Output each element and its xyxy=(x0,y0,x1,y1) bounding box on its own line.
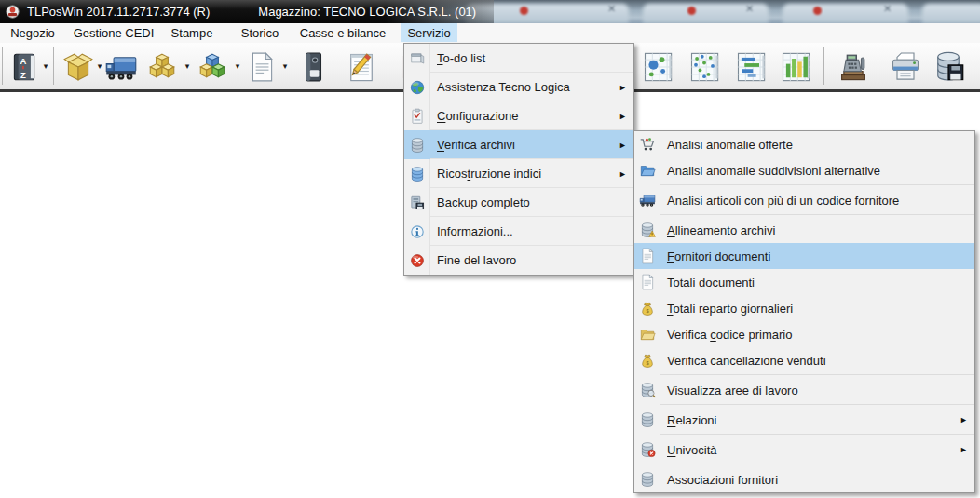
package-icon xyxy=(62,51,94,83)
globe-icon xyxy=(404,79,430,96)
todo-window-icon xyxy=(404,50,430,67)
chart-bubble-button[interactable] xyxy=(641,49,674,85)
menubar-item-gestione-cedi[interactable]: Gestione CEDI xyxy=(69,23,158,42)
az-book-button[interactable] xyxy=(7,49,41,85)
database-search-icon xyxy=(634,382,660,398)
menu-item-verifica-archivi[interactable]: Verifica archivi ► xyxy=(404,130,633,159)
menu-item-backup-completo[interactable]: Backup completo xyxy=(404,188,633,217)
menu-item-totali-documenti[interactable]: Totali documenti xyxy=(634,269,974,295)
notepad-pencil-icon xyxy=(345,50,378,84)
menu-item-analisi-articoli-codice-fornitore[interactable]: Analisi articoli con più di un codice fo… xyxy=(634,187,974,213)
submenu-arrow-icon: ► xyxy=(960,445,974,454)
menu-item-verifica-codice-primario[interactable]: Verifica codice primario xyxy=(634,321,974,347)
document-icon xyxy=(246,51,278,83)
menubar-item-stampe[interactable]: Stampe xyxy=(165,23,219,42)
dropdown-arrow-icon[interactable]: ▾ xyxy=(41,61,50,71)
menu-item-totali-reparto-giornalieri[interactable]: Totali reparto giornalieri xyxy=(634,295,974,321)
money-bag-icon xyxy=(634,300,660,316)
submenu-arrow-icon: ► xyxy=(619,112,633,121)
menu-item-fine-del-lavoro[interactable]: Fine del lavoro xyxy=(404,246,633,275)
truck-icon xyxy=(104,50,138,84)
submenu-arrow-icon: ► xyxy=(619,141,633,150)
folder-blue-icon xyxy=(634,162,660,179)
toolbar-separator xyxy=(2,47,3,85)
chart-gantt-button[interactable] xyxy=(734,49,768,85)
binder-button[interactable] xyxy=(296,49,330,85)
menubar-item-negozio[interactable]: Negozio xyxy=(4,23,61,42)
toolbar-separator xyxy=(53,47,54,85)
money-bag-icon xyxy=(634,352,660,369)
tab-favicon xyxy=(520,7,528,15)
folder-yellow-icon xyxy=(634,326,660,343)
browser-tab[interactable] xyxy=(922,4,980,23)
chart-scatter-button[interactable] xyxy=(687,49,721,85)
blocks-yellow-icon xyxy=(146,51,178,83)
dropdown-arrow-icon[interactable]: ▾ xyxy=(233,61,242,71)
truck-button[interactable] xyxy=(104,49,138,85)
printer-icon xyxy=(889,48,922,84)
window-title: TLPosWin 2017.11.2717.3774 (R) xyxy=(27,5,210,19)
menu-item-informazioni[interactable]: Informazioni... xyxy=(404,217,633,246)
database-warning-icon xyxy=(634,222,660,238)
menu-item-todo-list[interactable]: To-do list xyxy=(404,44,633,73)
cash-register-button[interactable] xyxy=(837,49,870,85)
submenu-arrow-icon: ► xyxy=(619,169,633,179)
chart-bar-button[interactable] xyxy=(779,49,812,85)
window-subtitle: Magazzino: TECNO LOGICA S.R.L. (01) xyxy=(258,5,476,19)
servizio-menu: To-do list Assistenza Tecno Logica ► Con… xyxy=(403,43,634,276)
blocks-color-button[interactable] xyxy=(196,49,229,85)
package-button[interactable] xyxy=(61,49,95,85)
blocks-color-icon xyxy=(197,51,228,83)
menu-item-analisi-anomalie-suddivisioni[interactable]: Analisi anomalie suddivisioni alternativ… xyxy=(634,157,974,183)
toolbar-separator xyxy=(878,47,878,85)
backup-computer-icon xyxy=(404,195,430,211)
dropdown-arrow-icon[interactable]: ▾ xyxy=(95,61,104,71)
toolbar-separator xyxy=(823,47,824,85)
chart-scatter-icon xyxy=(687,50,721,84)
submenu-arrow-icon: ► xyxy=(619,83,633,92)
az-book-icon xyxy=(8,51,40,83)
chart-gantt-icon xyxy=(734,50,768,84)
database-save-button[interactable] xyxy=(932,49,965,85)
app-logo-icon xyxy=(6,5,20,19)
tab-favicon xyxy=(687,7,696,15)
dropdown-arrow-icon[interactable]: ▾ xyxy=(183,61,192,71)
menu-item-configurazione[interactable]: Configurazione ► xyxy=(404,101,633,130)
menu-bar: Negozio Gestione CEDI Stampe Storico Cas… xyxy=(0,23,980,44)
menubar-item-storico[interactable]: Storico xyxy=(233,23,287,42)
tab-close-icon[interactable]: ✕ xyxy=(745,3,754,15)
verifica-archivi-submenu: Analisi anomalie offerte Analisi anomali… xyxy=(633,130,975,493)
truck-icon xyxy=(634,192,660,209)
printer-button[interactable] xyxy=(889,49,922,85)
menu-item-assistenza-tecno-logica[interactable]: Assistenza Tecno Logica ► xyxy=(404,73,633,101)
submenu-arrow-icon: ► xyxy=(960,415,974,424)
dropdown-arrow-icon[interactable]: ▾ xyxy=(280,61,290,71)
database-icon xyxy=(634,471,660,488)
clipboard-check-icon xyxy=(404,108,430,125)
tab-close-icon[interactable]: ✕ xyxy=(607,3,616,15)
menubar-item-casse-e-bilance[interactable]: Casse e bilance xyxy=(296,23,389,42)
binder-icon xyxy=(297,51,329,83)
tab-close-icon[interactable]: ✕ xyxy=(883,3,892,15)
database-blue-icon xyxy=(404,166,430,182)
menu-item-analisi-anomalie-offerte[interactable]: Analisi anomalie offerte xyxy=(634,131,974,157)
notepad-button[interactable] xyxy=(345,49,378,85)
exit-red-icon xyxy=(404,252,430,269)
menu-item-relazioni[interactable]: Relazioni ► xyxy=(634,407,974,433)
blocks-yellow-button[interactable] xyxy=(145,49,179,85)
menu-item-associazioni-fornitori[interactable]: Associazioni fornitori xyxy=(634,466,974,492)
database-x-icon xyxy=(634,441,660,458)
menu-item-allineamento-archivi[interactable]: Allineamento archivi xyxy=(634,217,974,243)
database-icon xyxy=(634,411,660,428)
menu-item-ricostruzione-indici[interactable]: Ricostruzione indici ► xyxy=(404,159,633,188)
menu-item-visualizza-aree-di-lavoro[interactable]: Visualizza aree di lavoro xyxy=(634,377,974,403)
document-button[interactable] xyxy=(245,49,279,85)
menu-item-verifica-cancellazione-venduti[interactable]: Verifica cancellazione venduti xyxy=(634,347,974,373)
document-icon xyxy=(634,248,660,264)
menu-item-univocita[interactable]: Univocità ► xyxy=(634,437,974,463)
chart-bar-icon xyxy=(779,50,812,84)
menu-item-fornitori-documenti[interactable]: Fornitori documenti xyxy=(634,243,974,269)
menubar-item-servizio[interactable]: Servizio xyxy=(401,23,457,42)
cash-register-icon xyxy=(837,48,870,84)
info-icon xyxy=(404,223,430,240)
